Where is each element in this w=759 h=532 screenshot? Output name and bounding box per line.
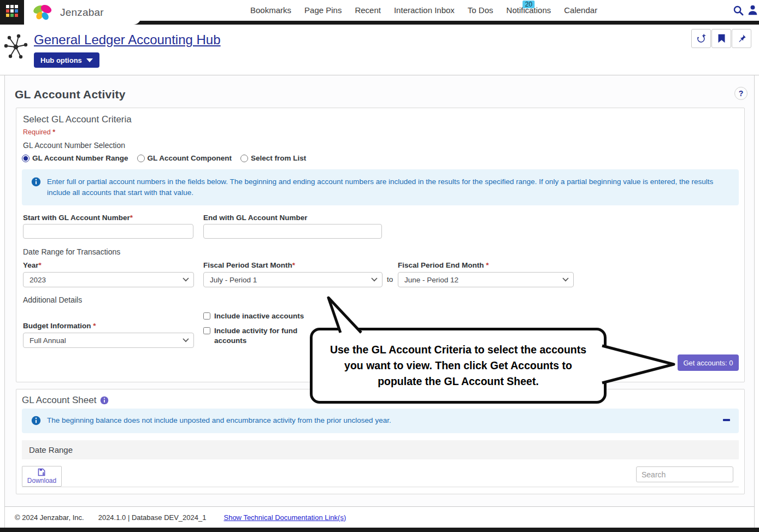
- start-account-label-text: Start with GL Account Number: [23, 214, 130, 222]
- year-star: *: [39, 261, 42, 269]
- fiscal-start-select-wrap: July - Period 1: [203, 272, 383, 287]
- download-label: Download: [27, 477, 56, 484]
- notifications-count-badge: 20: [523, 1, 534, 8]
- bookmark-icon: [717, 34, 726, 43]
- account-selection-radios: GL Account Number Range GL Account Compo…: [22, 154, 306, 162]
- nav-to-dos[interactable]: To Dos: [468, 0, 493, 21]
- hub-options-label: Hub options: [40, 56, 82, 64]
- sheet-heading-text: GL Account Sheet: [22, 395, 96, 406]
- pin-icon: [737, 34, 746, 43]
- radio-select-from-list-input[interactable]: [240, 155, 248, 162]
- include-inactive-checkbox[interactable]: [203, 312, 210, 320]
- year-select-wrap: 2023: [23, 272, 194, 287]
- date-range-bar[interactable]: Date Range: [22, 440, 739, 459]
- caret-down-icon: [86, 58, 93, 62]
- hub-title-link[interactable]: General Ledger Accounting Hub: [34, 32, 221, 48]
- top-nav: Bookmarks Page Pins Recent Interaction I…: [250, 0, 597, 21]
- app-grid-icon[interactable]: [0, 0, 24, 25]
- fiscal-end-select[interactable]: June - Period 12: [398, 272, 574, 287]
- radio-account-number-range-label: GL Account Number Range: [32, 154, 128, 162]
- fiscal-end-label: Fiscal Period End Month *: [398, 261, 489, 269]
- page-title: GL Account Activity: [15, 88, 126, 101]
- fiscal-end-label-text: Fiscal Period End Month: [398, 261, 484, 269]
- sheet-info-text: The beginning balance does not include u…: [47, 415, 391, 427]
- nav-calendar[interactable]: Calendar: [564, 0, 597, 21]
- application-window: Bookmarks Page Pins Recent Interaction I…: [0, 0, 759, 532]
- info-icon[interactable]: [100, 396, 109, 405]
- get-accounts-button[interactable]: Get accounts: 0: [678, 354, 739, 371]
- criteria-info-alert: Enter full or partial account numbers in…: [22, 169, 739, 205]
- start-account-label: Start with GL Account Number*: [23, 214, 133, 222]
- year-label-text: Year: [23, 261, 39, 269]
- footer-version: 2024.1.0 | Database DEV_2024_1: [98, 513, 207, 522]
- nav-interaction-inbox[interactable]: Interaction Inbox: [394, 0, 455, 21]
- year-label: Year*: [23, 261, 42, 269]
- start-account-input[interactable]: [23, 224, 193, 239]
- sheet-search-input[interactable]: [636, 466, 733, 482]
- budget-star: *: [93, 322, 96, 330]
- additional-details-heading: Additional Details: [23, 295, 82, 304]
- radio-account-component-input[interactable]: [137, 155, 145, 162]
- radio-account-number-range-input[interactable]: [22, 155, 30, 162]
- pin-page-button[interactable]: [732, 29, 751, 48]
- radio-account-number-range[interactable]: GL Account Number Range: [22, 154, 128, 162]
- bookmark-page-button[interactable]: [711, 29, 731, 48]
- jenzabar-logo[interactable]: Jenzabar: [24, 0, 141, 25]
- start-account-star: *: [130, 214, 133, 222]
- include-inactive-label: Include inactive accounts: [214, 311, 304, 321]
- nav-bookmarks[interactable]: Bookmarks: [250, 0, 291, 21]
- bottom-black-bar: [0, 528, 759, 532]
- hub-header: General Ledger Accounting Hub Hub option…: [0, 25, 759, 75]
- hub-options-button[interactable]: Hub options: [34, 52, 99, 68]
- radio-account-component-label: GL Account Component: [148, 154, 232, 162]
- fiscal-start-select[interactable]: July - Period 1: [203, 272, 383, 287]
- collapse-icon[interactable]: [723, 419, 730, 421]
- criteria-info-text: Enter full or partial account numbers in…: [47, 176, 717, 198]
- user-icon[interactable]: [747, 4, 758, 16]
- nav-page-pins[interactable]: Page Pins: [304, 0, 342, 21]
- help-icon[interactable]: ?: [734, 87, 748, 100]
- date-range-heading: Date Range for Transactions: [23, 247, 120, 256]
- fiscal-end-star: *: [486, 261, 489, 269]
- sheet-heading: GL Account Sheet: [22, 395, 109, 406]
- instruction-callout-bubble: Use the GL Account Criteria to select th…: [310, 328, 607, 404]
- fiscal-end-select-wrap: June - Period 12: [398, 272, 574, 287]
- info-icon: [31, 177, 41, 187]
- end-account-input[interactable]: [203, 224, 382, 239]
- download-button[interactable]: Download: [22, 466, 62, 487]
- budget-label: Budget Information *: [23, 322, 96, 330]
- radio-select-from-list[interactable]: Select from List: [240, 154, 306, 162]
- include-fund-checkbox-row[interactable]: Include activity for fund accounts: [203, 326, 306, 346]
- criteria-heading: Select GL Account Criteria: [23, 114, 132, 125]
- nav-notifications[interactable]: 20 Notifications: [507, 0, 551, 21]
- fiscal-start-label-text: Fiscal Period Start Month: [203, 261, 292, 269]
- table-top-divider: [22, 487, 739, 487]
- open-new-window-button[interactable]: [691, 29, 711, 48]
- fiscal-start-label: Fiscal Period Start Month*: [203, 261, 295, 269]
- sheet-info-alert: The beginning balance does not include u…: [22, 409, 739, 433]
- jenzabar-butterfly-icon: [31, 4, 56, 21]
- budget-label-text: Budget Information: [23, 322, 91, 330]
- footer: © 2024 Jenzabar, Inc. 2024.1.0 | Databas…: [4, 507, 755, 528]
- gl-account-sheet-panel: GL Account Sheet The beginning balance d…: [16, 389, 745, 494]
- required-note: Required *: [23, 128, 55, 136]
- app-grid-glyph: [6, 5, 18, 17]
- required-star: *: [52, 128, 55, 136]
- radio-select-from-list-label: Select from List: [251, 154, 306, 162]
- brand-name: Jenzabar: [60, 7, 104, 19]
- year-select[interactable]: 2023: [23, 272, 194, 287]
- technical-documentation-link[interactable]: Show Technical Documentation Link(s): [223, 513, 346, 522]
- required-label: Required: [23, 128, 51, 136]
- include-inactive-checkbox-row[interactable]: Include inactive accounts: [203, 311, 304, 321]
- search-icon[interactable]: [733, 5, 744, 16]
- budget-select[interactable]: Full Annual: [23, 333, 194, 348]
- nav-recent[interactable]: Recent: [355, 0, 381, 21]
- radio-account-component[interactable]: GL Account Component: [137, 154, 232, 162]
- hub-icon: [4, 32, 28, 62]
- budget-select-wrap: Full Annual: [23, 333, 194, 348]
- callout-text: Use the GL Account Criteria to select th…: [323, 342, 593, 389]
- info-icon: [31, 416, 41, 425]
- include-fund-checkbox[interactable]: [203, 327, 210, 334]
- download-icon: [38, 468, 46, 476]
- include-fund-label: Include activity for fund accounts: [214, 326, 306, 346]
